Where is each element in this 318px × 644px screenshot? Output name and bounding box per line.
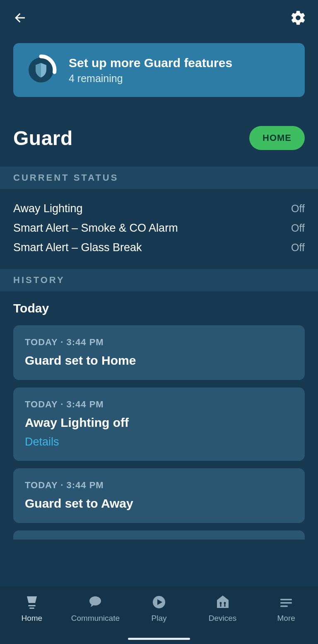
chat-icon bbox=[87, 594, 104, 610]
svg-rect-6 bbox=[220, 604, 221, 607]
history-card[interactable]: TODAY · 3:44 PM Away Lighting off Detail… bbox=[13, 387, 305, 461]
tab-more[interactable]: More bbox=[257, 594, 315, 623]
section-header-history: HISTORY bbox=[0, 269, 318, 291]
tab-label: More bbox=[277, 614, 295, 623]
banner-text: Set up more Guard features 4 remaining bbox=[69, 56, 232, 85]
svg-rect-10 bbox=[280, 605, 288, 607]
svg-point-4 bbox=[219, 602, 222, 604]
svg-rect-8 bbox=[280, 599, 292, 600]
status-name: Smart Alert – Smoke & CO Alarm bbox=[13, 222, 178, 235]
status-value: Off bbox=[291, 242, 305, 254]
main-content: Set up more Guard features 4 remaining G… bbox=[0, 32, 318, 587]
history-card[interactable]: TODAY · 3:44 PM Guard set to Home bbox=[13, 325, 305, 380]
svg-rect-1 bbox=[28, 605, 36, 606]
bottom-nav: Home Communicate Play Devices More bbox=[0, 587, 318, 644]
history-title: Guard set to Away bbox=[25, 496, 293, 511]
arrow-left-icon bbox=[12, 10, 27, 25]
devices-icon bbox=[214, 594, 231, 610]
status-row-away-lighting[interactable]: Away Lighting Off bbox=[13, 199, 305, 218]
history-time: TODAY · 3:44 PM bbox=[25, 337, 293, 348]
tab-devices[interactable]: Devices bbox=[194, 594, 252, 623]
section-header-status: CURRENT STATUS bbox=[0, 167, 318, 189]
svg-rect-7 bbox=[224, 604, 225, 607]
history-time: TODAY · 3:44 PM bbox=[25, 480, 293, 491]
home-icon bbox=[24, 594, 40, 610]
tab-play[interactable]: Play bbox=[130, 594, 188, 623]
tab-label: Devices bbox=[209, 614, 237, 623]
banner-title: Set up more Guard features bbox=[69, 56, 232, 70]
mode-pill[interactable]: HOME bbox=[249, 126, 305, 150]
back-button[interactable] bbox=[10, 8, 30, 28]
status-value: Off bbox=[291, 222, 305, 234]
tab-label: Communicate bbox=[71, 614, 120, 623]
status-name: Smart Alert – Glass Break bbox=[13, 241, 142, 254]
tab-communicate[interactable]: Communicate bbox=[66, 594, 124, 623]
history-card-peek bbox=[13, 530, 305, 540]
tab-home[interactable]: Home bbox=[3, 594, 61, 623]
top-bar bbox=[0, 0, 318, 32]
svg-rect-9 bbox=[280, 602, 292, 604]
gesture-bar bbox=[128, 638, 190, 640]
play-icon bbox=[151, 594, 167, 610]
status-name: Away Lighting bbox=[13, 202, 83, 215]
history-details-link[interactable]: Details bbox=[25, 436, 293, 448]
gear-icon bbox=[290, 10, 306, 26]
history-time: TODAY · 3:44 PM bbox=[25, 399, 293, 410]
page-title: Guard bbox=[13, 127, 73, 150]
more-icon bbox=[278, 594, 294, 610]
svg-point-5 bbox=[224, 602, 226, 604]
status-row-glass-break[interactable]: Smart Alert – Glass Break Off bbox=[13, 238, 305, 257]
history-card[interactable]: TODAY · 3:44 PM Guard set to Away bbox=[13, 468, 305, 523]
status-row-smoke-co[interactable]: Smart Alert – Smoke & CO Alarm Off bbox=[13, 218, 305, 238]
tab-label: Play bbox=[152, 614, 167, 623]
history-title: Guard set to Home bbox=[25, 353, 293, 368]
status-list: Away Lighting Off Smart Alert – Smoke & … bbox=[0, 189, 318, 269]
settings-button[interactable] bbox=[288, 8, 308, 28]
shield-progress-icon bbox=[25, 54, 57, 86]
setup-banner[interactable]: Set up more Guard features 4 remaining bbox=[13, 43, 305, 97]
history-group-label: Today bbox=[13, 301, 305, 315]
history-list: Today TODAY · 3:44 PM Guard set to Home … bbox=[0, 291, 318, 540]
history-title: Away Lighting off bbox=[25, 416, 293, 430]
title-row: Guard HOME bbox=[0, 97, 318, 167]
svg-rect-2 bbox=[29, 608, 34, 609]
status-value: Off bbox=[291, 203, 305, 215]
banner-subtitle: 4 remaining bbox=[69, 73, 232, 85]
tab-label: Home bbox=[21, 614, 42, 623]
